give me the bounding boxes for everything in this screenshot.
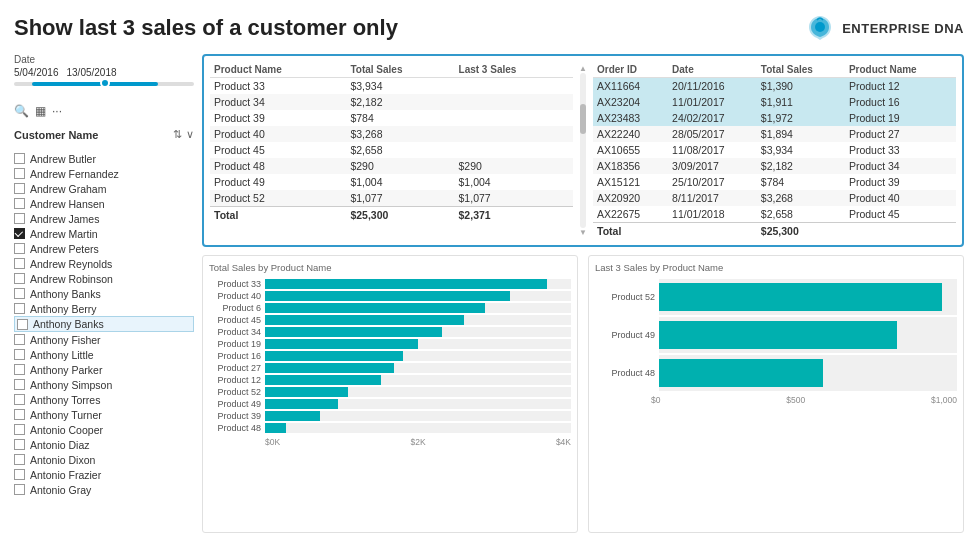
list-item[interactable]: Andrew Robinson [14, 271, 194, 286]
bar-label: Product 52 [209, 387, 261, 397]
bar-fill [265, 279, 547, 289]
checkbox[interactable] [14, 288, 25, 299]
list-item[interactable]: Andrew Fernandez [14, 166, 194, 181]
checkbox[interactable] [14, 454, 25, 465]
customer-list[interactable]: Andrew ButlerAndrew FernandezAndrew Grah… [14, 151, 194, 533]
list-item[interactable]: Andrew Reynolds [14, 256, 194, 271]
checkbox[interactable] [14, 349, 25, 360]
list-item[interactable]: Anthony Simpson [14, 377, 194, 392]
right-x-axis: $0$500$1,000 [595, 395, 957, 405]
bar-row: Product 48 [209, 423, 571, 433]
bar-label: Product 48 [209, 423, 261, 433]
list-item[interactable]: Anthony Berry [14, 301, 194, 316]
table-row: AX1512125/10/2017$784Product 39 [593, 174, 956, 190]
bar-bg [265, 279, 571, 289]
bar-label: Product 45 [209, 315, 261, 325]
checkbox[interactable] [14, 469, 25, 480]
checkbox[interactable] [14, 379, 25, 390]
customer-name: Antonio Cooper [30, 424, 103, 436]
list-item[interactable]: Andrew Hansen [14, 196, 194, 211]
filter-icon[interactable]: ▦ [35, 104, 46, 118]
bar-fill [265, 399, 338, 409]
customer-name: Antonio Frazier [30, 469, 101, 481]
checkbox[interactable] [14, 334, 25, 345]
list-item[interactable]: Antonio Dixon [14, 452, 194, 467]
checkbox[interactable] [14, 243, 25, 254]
list-item[interactable]: Andrew Graham [14, 181, 194, 196]
list-item[interactable]: Anthony Turner [14, 407, 194, 422]
bar-bg [265, 291, 571, 301]
bar-row: Product 49 [209, 399, 571, 409]
bar-label: Product 52 [595, 292, 655, 302]
bar-fill [265, 351, 403, 361]
list-item[interactable]: Andrew Butler [14, 151, 194, 166]
list-item[interactable]: Antonio Gray [14, 482, 194, 497]
checkbox[interactable] [14, 198, 25, 209]
bar-row: Product 52 [209, 387, 571, 397]
col-last3: Last 3 Sales [455, 62, 573, 78]
customer-name: Anthony Banks [33, 318, 104, 330]
checkbox[interactable] [14, 364, 25, 375]
list-item[interactable]: Anthony Torres [14, 392, 194, 407]
list-item[interactable]: Andrew Martin [14, 226, 194, 241]
sort-icon[interactable]: ⇅ [173, 128, 182, 141]
checkbox[interactable] [17, 319, 28, 330]
scroll-up-icon[interactable]: ▲ [579, 64, 587, 73]
list-item[interactable]: Anthony Fisher [14, 332, 194, 347]
customer-name: Anthony Simpson [30, 379, 112, 391]
table-row: Product 48$290$290 [210, 158, 573, 174]
customer-name: Andrew James [30, 213, 99, 225]
search-icon[interactable]: 🔍 [14, 104, 29, 118]
checkbox[interactable] [14, 439, 25, 450]
customer-name: Antonio Dixon [30, 454, 95, 466]
checkbox[interactable] [14, 168, 25, 179]
checkbox[interactable] [14, 303, 25, 314]
bar-row: Product 27 [209, 363, 571, 373]
list-item[interactable]: Andrew James [14, 211, 194, 226]
list-item[interactable]: Anthony Little [14, 347, 194, 362]
checkbox[interactable] [14, 153, 25, 164]
bar-bg [265, 351, 571, 361]
checkbox[interactable] [14, 273, 25, 284]
list-item[interactable]: Anthony Banks [14, 286, 194, 301]
scroll-bar[interactable]: ▲ ▼ [579, 62, 587, 239]
scroll-down-icon[interactable]: ▼ [579, 228, 587, 237]
filter-icons: 🔍 ▦ ··· [14, 104, 194, 118]
customer-name: Antonio Gray [30, 484, 91, 496]
more-icon[interactable]: ··· [52, 104, 62, 118]
checkbox[interactable] [14, 409, 25, 420]
customer-name: Anthony Banks [30, 288, 101, 300]
list-item[interactable]: Antonio Cooper [14, 422, 194, 437]
date-slider[interactable] [14, 82, 194, 86]
checkbox[interactable] [14, 394, 25, 405]
checkbox[interactable] [14, 228, 25, 239]
checkbox[interactable] [14, 484, 25, 495]
checkbox[interactable] [14, 424, 25, 435]
list-item[interactable]: Anthony Parker [14, 362, 194, 377]
bar-label: Product 40 [209, 291, 261, 301]
bar-fill [265, 315, 464, 325]
bar-row: Product 6 [209, 303, 571, 313]
bar-bg [265, 327, 571, 337]
chevron-down-icon[interactable]: ∨ [186, 128, 194, 141]
list-item[interactable]: Andrew Peters [14, 241, 194, 256]
table-row: AX209208/11/2017$3,268Product 40 [593, 190, 956, 206]
date-start: 5/04/2016 [14, 67, 59, 78]
list-item[interactable]: Anthony Banks [14, 316, 194, 332]
right-bar-chart: Product 52 Product 49 Product 48 [595, 279, 957, 391]
customer-name: Andrew Robinson [30, 273, 113, 285]
bar-row: Product 33 [209, 279, 571, 289]
checkbox[interactable] [14, 183, 25, 194]
list-item[interactable]: Antonio Diaz [14, 437, 194, 452]
checkbox[interactable] [14, 213, 25, 224]
total-row: Total$25,300$2,371 [210, 207, 573, 224]
top-section: Product Name Total Sales Last 3 Sales Pr… [202, 54, 964, 247]
bar-bg [659, 279, 957, 315]
list-item[interactable]: Antonio Frazier [14, 467, 194, 482]
checkbox[interactable] [14, 258, 25, 269]
customer-name: Anthony Little [30, 349, 94, 361]
bar-fill [265, 363, 394, 373]
x-axis-label: $500 [786, 395, 805, 405]
bar-fill [659, 283, 942, 311]
bar-fill [265, 339, 418, 349]
